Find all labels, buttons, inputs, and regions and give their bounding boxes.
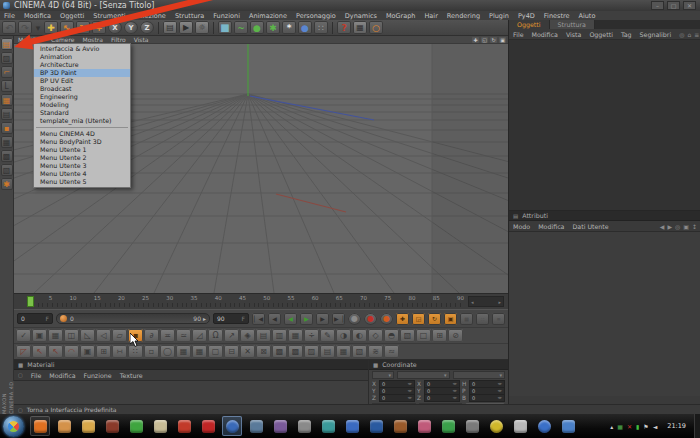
menu-hair[interactable]: Hair bbox=[424, 12, 437, 20]
rotate-tool-icon[interactable] bbox=[76, 21, 90, 34]
key-rotation-toggle[interactable] bbox=[428, 313, 441, 325]
taskbar-app-22[interactable] bbox=[534, 416, 554, 436]
st-mesh-icon[interactable] bbox=[336, 345, 351, 358]
tab-struttura[interactable]: Struttura bbox=[550, 20, 595, 29]
st-select-free-icon[interactable] bbox=[32, 345, 47, 358]
start-button[interactable] bbox=[3, 416, 24, 437]
pt-half-icon[interactable] bbox=[336, 329, 351, 342]
record-keyframe-button[interactable] bbox=[364, 313, 377, 325]
taskbar-clock[interactable]: 21:19 bbox=[661, 422, 692, 430]
taskbar-app-folder[interactable] bbox=[78, 416, 98, 436]
coord-rot-b-field[interactable]: 0◂▸ bbox=[469, 394, 505, 402]
taskbar-app-11[interactable] bbox=[270, 416, 290, 436]
range-slider-knob[interactable] bbox=[60, 315, 67, 322]
frame-range-slider[interactable]: 0 90▸ bbox=[56, 313, 210, 324]
st-frame-icon[interactable] bbox=[80, 345, 95, 358]
pt-omega-icon[interactable] bbox=[208, 329, 223, 342]
taskbar-app-21[interactable] bbox=[510, 416, 530, 436]
menu-struttura[interactable]: Struttura bbox=[175, 12, 204, 20]
maximize-button[interactable]: ▢ bbox=[667, 1, 680, 10]
menu-py4d[interactable]: Py4D bbox=[518, 12, 535, 20]
menu-mograph[interactable]: MoGraph bbox=[386, 12, 416, 20]
vp-menu-mostra[interactable]: Mostra bbox=[83, 36, 103, 43]
tray-expand-icon[interactable]: ▴ bbox=[610, 423, 613, 430]
add-particles-icon[interactable] bbox=[314, 21, 328, 34]
left-tool-icon-11[interactable] bbox=[1, 178, 13, 190]
help-icon[interactable] bbox=[337, 21, 351, 34]
layout-item-broadcast[interactable]: Broadcast bbox=[34, 85, 130, 93]
layout-item-standard[interactable]: Standard bbox=[34, 109, 130, 117]
layout-item-menu-utente1[interactable]: Menu Utente 1 bbox=[34, 146, 130, 154]
menu-plugin[interactable]: Plugin bbox=[489, 12, 509, 20]
vp-zoom-icon[interactable]: ◱ bbox=[481, 37, 488, 43]
layout-item-bpuvedit[interactable]: BP UV Edit bbox=[34, 77, 130, 85]
render-view-icon[interactable] bbox=[163, 21, 177, 34]
om-menu-modifica[interactable]: Modifica bbox=[532, 31, 558, 38]
st-rows-icon[interactable] bbox=[320, 345, 335, 358]
mat-menu-file[interactable]: File bbox=[31, 372, 42, 379]
record-off-button[interactable] bbox=[348, 313, 361, 325]
add-array-icon[interactable] bbox=[266, 21, 280, 34]
frame-end-field[interactable]: 90F bbox=[213, 313, 249, 324]
om-menu-segnalibri[interactable]: Segnalibri bbox=[640, 31, 672, 38]
layout-item-menu-utente5[interactable]: Menu Utente 5 bbox=[34, 178, 130, 186]
vp-rotate-icon[interactable]: ↻ bbox=[490, 37, 497, 43]
ring-icon[interactable] bbox=[369, 21, 383, 34]
pt-diamond-icon[interactable] bbox=[368, 329, 383, 342]
axis-x-lock-button[interactable]: X bbox=[108, 21, 122, 34]
goto-start-button[interactable] bbox=[252, 313, 265, 325]
layout-item-engineering[interactable]: Engineering bbox=[34, 93, 130, 101]
coord-dropdown-3[interactable]: ▾ bbox=[453, 371, 506, 379]
st-hatch-icon[interactable] bbox=[304, 345, 319, 358]
st-box-icon[interactable] bbox=[208, 345, 223, 358]
render-picture-viewer-icon[interactable] bbox=[179, 21, 193, 34]
play-button[interactable] bbox=[300, 313, 313, 325]
left-tool-icon-3[interactable] bbox=[1, 66, 13, 78]
frame-start-field[interactable]: 0F bbox=[17, 313, 53, 324]
menu-funzioni[interactable]: Funzioni bbox=[213, 12, 240, 20]
om-menu-oggetti[interactable]: Oggetti bbox=[589, 31, 613, 38]
attr-search-icon[interactable]: ◎ bbox=[675, 223, 680, 230]
autokey-button[interactable] bbox=[380, 313, 393, 325]
pt-rows-icon[interactable] bbox=[256, 329, 271, 342]
taskbar-app-19[interactable] bbox=[462, 416, 482, 436]
st-select-poly-icon[interactable] bbox=[64, 345, 79, 358]
keyframe-selection-toggle[interactable] bbox=[460, 313, 473, 325]
menu-selezione[interactable]: Selezione bbox=[135, 12, 166, 20]
st-waves2-icon[interactable] bbox=[384, 345, 399, 358]
st-select-lasso-icon[interactable] bbox=[48, 345, 63, 358]
vp-toggle-icon[interactable]: ▣ bbox=[499, 37, 506, 43]
attr-menu-dati-utente[interactable]: Dati Utente bbox=[572, 223, 608, 230]
om-filter-icon[interactable]: ≡ bbox=[694, 31, 699, 38]
pt-check-icon[interactable] bbox=[16, 329, 31, 342]
previous-key-button[interactable] bbox=[268, 313, 281, 325]
add-environment-icon[interactable] bbox=[298, 21, 312, 34]
add-deformer-icon[interactable] bbox=[282, 21, 296, 34]
st-window-icon[interactable] bbox=[96, 345, 111, 358]
attributes-area[interactable] bbox=[509, 232, 700, 396]
coord-dropdown-2[interactable]: ▾ bbox=[397, 371, 450, 379]
taskbar-app-8[interactable] bbox=[198, 416, 218, 436]
taskbar-app-10[interactable] bbox=[246, 416, 266, 436]
menu-oggetti[interactable]: Oggetti bbox=[60, 12, 84, 20]
layout-item-template-mia[interactable]: template_mia (Utente) bbox=[34, 117, 130, 125]
calculator-icon[interactable] bbox=[353, 21, 367, 34]
om-home-icon[interactable]: ⌂ bbox=[687, 31, 691, 38]
move-tool-icon[interactable] bbox=[44, 21, 58, 34]
st-fill2-icon[interactable] bbox=[288, 345, 303, 358]
taskbar-app-17[interactable] bbox=[414, 416, 434, 436]
close-button[interactable]: ✕ bbox=[683, 1, 696, 10]
left-tool-icon-2[interactable] bbox=[1, 52, 13, 64]
pt-cols-icon[interactable] bbox=[272, 329, 287, 342]
previous-frame-button[interactable] bbox=[284, 313, 297, 325]
vp-menu-vista[interactable]: Vista bbox=[134, 36, 149, 43]
key-scale-toggle[interactable] bbox=[412, 313, 425, 325]
menu-aiuto[interactable]: Aiuto bbox=[579, 12, 596, 20]
pt-arrow-icon[interactable] bbox=[224, 329, 239, 342]
menu-file[interactable]: File bbox=[4, 12, 15, 20]
attr-back-icon[interactable]: ◀ bbox=[660, 223, 665, 230]
left-tool-icon-9[interactable] bbox=[1, 150, 13, 162]
next-key-button[interactable] bbox=[316, 313, 329, 325]
layout-item-menu-bodypaint[interactable]: Menu BodyPaint 3D bbox=[34, 138, 130, 146]
left-tool-icon-4[interactable] bbox=[1, 80, 13, 92]
